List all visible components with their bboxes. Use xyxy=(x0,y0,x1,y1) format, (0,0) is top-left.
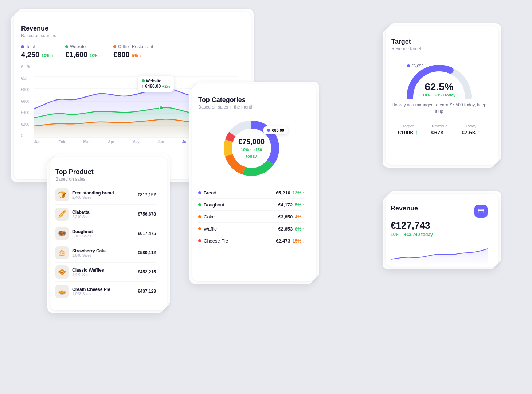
mini-chart xyxy=(391,243,488,266)
metric-website: Website €1,600 10% ↑ xyxy=(65,44,102,59)
product-info: Doughnut 2,102 Sales xyxy=(72,229,138,238)
product-image: 🎂 xyxy=(55,246,69,259)
list-item: Doughnut €4,1725% ↑ xyxy=(198,199,305,211)
chart-tooltip: Website ↑ €480.00 +2% xyxy=(138,76,174,92)
stat-today: Today €7.5K ↑ xyxy=(461,124,480,135)
list-item: 🎂 Strawberry Cake 1,848 Sales €580,112 xyxy=(55,243,156,263)
target-stats-row: Target €100K ↑ Revenue €67K ↑ Today €7.5… xyxy=(391,119,487,135)
svg-rect-15 xyxy=(478,209,484,213)
donut-center-values: €75,000 10% ↑ +150 today xyxy=(235,138,268,159)
gauge-label: €6,650 xyxy=(407,64,424,68)
revenue-subtitle: Based on sources xyxy=(21,33,238,38)
gauge-chart-container: €6,650 62.5% 10% ↑ +150 today xyxy=(403,57,476,97)
y-axis-labels: €1.2k €1k €800 €600 €400 €200 0 xyxy=(21,65,30,138)
top-product-title: Top Product xyxy=(55,168,156,176)
revenue-small-header: Revenue xyxy=(391,205,488,218)
product-info: Cream Cheese Pie 1,098 Sales xyxy=(72,287,138,296)
card-icon xyxy=(478,208,484,214)
product-list: 🍞 Free standing bread 2,400 Sales €817,1… xyxy=(55,185,156,301)
target-card: Target Revenue target €6,650 62.5% 10% ↑… xyxy=(383,29,496,168)
list-item: 🍞 Free standing bread 2,400 Sales €817,1… xyxy=(55,185,156,205)
category-list: Bread €5,21012% ↑ Doughnut €4,1725% ↑ Ca… xyxy=(198,187,305,247)
stat-target: Target €100K ↑ xyxy=(398,124,418,135)
revenue-title: Revenue xyxy=(21,25,238,32)
list-item: 🥧 Cream Cheese Pie 1,098 Sales €437,123 xyxy=(55,282,156,301)
donut-chart-container: €75,000 10% ↑ +150 today €80.00 xyxy=(219,115,284,181)
gauge-center-values: 62.5% 10% ↑ +150 today xyxy=(423,81,456,97)
metrics-row: Total 4,250 10% ↑ Website €1,600 10% ↑ O… xyxy=(21,44,238,59)
list-item: 🧇 Classic Waffles 1,472 Sales €452,215 xyxy=(55,263,156,282)
svg-point-8 xyxy=(159,106,163,110)
list-item: Cake €3,8504% ↓ xyxy=(198,211,305,223)
list-item: 🥖 Ciabatta 2,210 Sales €756,678 xyxy=(55,205,156,224)
target-title: Target xyxy=(391,38,487,46)
list-item: 🍩 Doughnut 2,102 Sales €617,475 xyxy=(55,224,156,243)
revenue-small-card: Revenue €127,743 10% ↑ +€3,740 today xyxy=(383,197,496,269)
metric-total: Total 4,250 10% ↑ xyxy=(21,44,54,59)
product-image: 🍩 xyxy=(55,227,69,240)
mini-line-chart xyxy=(391,243,488,265)
list-item: Waffle €2,6538% ↑ xyxy=(198,223,305,235)
product-info: Ciabatta 2,210 Sales xyxy=(72,210,138,219)
product-image: 🍞 xyxy=(55,188,69,201)
top-product-card: Top Product Based on sales 🍞 Free standi… xyxy=(47,160,164,313)
top-categories-card: Top Categories Based on sales in the mon… xyxy=(189,87,313,284)
revenue-small-title: Revenue xyxy=(391,205,418,212)
product-image: 🥖 xyxy=(55,208,69,221)
list-item: Bread €5,21012% ↑ xyxy=(198,187,305,199)
top-categories-title: Top Categories xyxy=(198,96,305,104)
product-info: Strawberry Cake 1,848 Sales xyxy=(72,248,138,257)
target-message: Hooray you managed to earn €7,500 today,… xyxy=(391,102,487,115)
target-subtitle: Revenue target xyxy=(391,46,487,51)
list-item: Cheese Pie €2,47315% ↓ xyxy=(198,235,305,247)
revenue-amount: €127,743 xyxy=(391,220,488,231)
product-image: 🧇 xyxy=(55,265,69,279)
revenue-change: 10% ↑ +€3,740 today xyxy=(391,232,488,237)
product-info: Free standing bread 2,400 Sales xyxy=(72,190,138,200)
product-info: Classic Waffles 1,472 Sales xyxy=(72,268,138,277)
metric-offline: Offline Restaurant €800 5% ↓ xyxy=(113,44,153,59)
revenue-icon xyxy=(474,205,488,218)
donut-tooltip: €80.00 xyxy=(263,126,288,134)
top-categories-subtitle: Based on sales in the month xyxy=(198,105,305,110)
product-image: 🥧 xyxy=(55,285,69,298)
stat-revenue: Revenue €67K ↑ xyxy=(431,124,449,135)
top-product-subtitle: Based on sales xyxy=(55,177,156,182)
